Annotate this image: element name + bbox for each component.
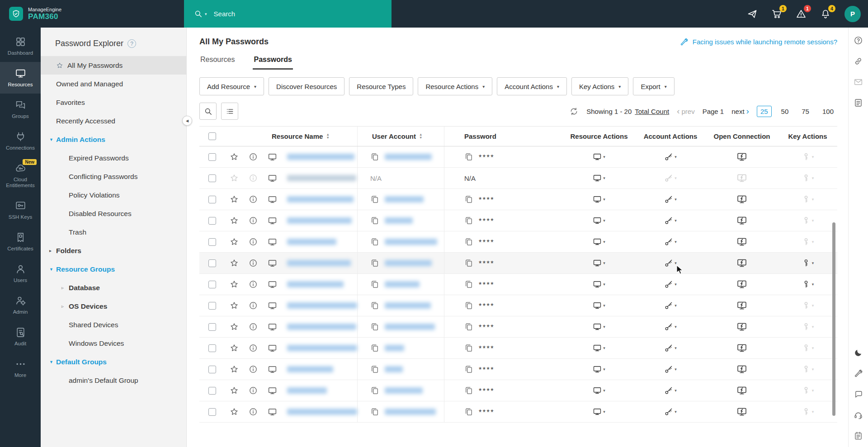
key-actions-menu[interactable] [802,280,814,289]
account-actions-menu[interactable] [664,152,677,161]
copy-account-icon[interactable] [370,301,379,310]
expander-arrow-icon[interactable]: ▼ [49,267,53,272]
favorite-star-icon[interactable] [230,280,239,289]
page-size-25[interactable]: 25 [757,106,772,117]
account-actions-button[interactable]: Account Actions [497,77,567,95]
copy-password-icon[interactable] [464,237,473,246]
user-avatar[interactable]: P [844,6,861,22]
key-actions-menu[interactable] [802,216,814,225]
add-resource-button[interactable]: Add Resource [199,77,264,95]
resource-actions-button[interactable]: Resource Actions [418,77,492,95]
favorite-star-icon[interactable] [230,301,239,310]
account-actions-menu[interactable] [664,259,677,268]
sidebar-item-default-groups[interactable]: ▼ Default Groups [41,353,186,371]
remote-session-help-link[interactable]: Facing issues while launching remote ses… [679,38,837,47]
sidebar-item-windows-devices[interactable]: Windows Devices [41,334,186,353]
row-checkbox[interactable] [208,408,216,416]
sidebar-item-conflicting-passwords[interactable]: Conflicting Passwords [41,167,186,186]
key-actions-menu[interactable] [802,301,814,310]
resource-name-masked[interactable] [287,196,354,202]
favorite-star-icon[interactable] [230,386,239,395]
resource-actions-menu[interactable] [593,343,605,353]
favorite-star-icon[interactable] [230,365,239,374]
info-icon[interactable] [249,343,258,353]
favorite-star-icon[interactable] [230,216,239,225]
key-actions-menu[interactable] [802,195,814,204]
copy-password-icon[interactable] [464,152,473,161]
sidebar-item-all-my-passwords[interactable]: All My Passwords [41,56,186,75]
sidebar-item-owned-and-managed[interactable]: Owned and Managed [41,75,186,93]
page-size-100[interactable]: 100 [819,106,837,117]
open-connection-icon[interactable] [736,385,747,396]
resource-name-masked[interactable] [287,260,351,266]
key-actions-menu[interactable] [802,386,814,395]
open-connection-icon[interactable] [736,321,747,332]
account-actions-menu[interactable] [664,237,677,246]
prev-page-button[interactable]: prev [677,108,695,115]
tab-resources[interactable]: Resources [199,52,236,70]
info-icon[interactable] [249,365,258,374]
resource-name-masked[interactable] [287,154,354,160]
key-actions-menu[interactable] [802,259,814,268]
total-count-link[interactable]: Total Count [635,108,669,115]
resource-actions-menu[interactable] [593,259,605,268]
nav-item-cloud-entitlements[interactable]: Cloud Entitlements New [0,157,41,194]
favorite-star-icon[interactable] [230,407,239,416]
sidebar-item-disabled-resources[interactable]: Disabled Resources [41,204,186,223]
account-actions-menu[interactable] [664,365,677,374]
row-checkbox[interactable] [208,281,216,288]
copy-password-icon[interactable] [464,216,473,225]
favorite-star-icon[interactable] [230,174,239,183]
open-connection-icon[interactable] [736,279,747,290]
favorite-star-icon[interactable] [230,152,239,161]
search-scope-caret-icon[interactable] [205,12,207,16]
copy-password-icon[interactable] [464,322,473,331]
account-actions-menu[interactable] [664,301,677,310]
open-connection-icon[interactable] [736,300,747,311]
tasks-icon[interactable] [854,98,863,108]
open-connection-icon[interactable] [736,173,747,184]
copy-account-icon[interactable] [370,365,379,374]
sidebar-item-database[interactable]: ▹ Database [41,278,186,297]
resource-actions-menu[interactable] [593,152,605,161]
alert-icon[interactable]: 1 [796,9,807,19]
page-size-75[interactable]: 75 [798,106,813,117]
row-checkbox[interactable] [208,344,216,352]
copy-password-icon[interactable] [464,301,473,310]
copy-account-icon[interactable] [370,322,379,331]
expander-arrow-icon[interactable]: ▹ [61,304,64,309]
resource-actions-menu[interactable] [593,322,605,331]
table-search-button[interactable] [199,103,217,120]
copy-account-icon[interactable] [370,386,379,395]
sidebar-item-favorites[interactable]: Favorites [41,93,186,112]
headset-icon[interactable] [854,410,863,420]
copy-account-icon[interactable] [370,152,379,161]
favorite-star-icon[interactable] [230,343,239,353]
column-chooser-button[interactable] [221,103,238,120]
account-actions-menu[interactable] [664,322,677,331]
row-checkbox[interactable] [208,387,216,395]
sort-icon[interactable]: ▲▼ [419,133,422,139]
chat-icon[interactable] [854,390,863,399]
sidebar-item-os-devices[interactable]: ▹ OS Devices [41,297,186,315]
account-actions-menu[interactable] [664,280,677,289]
sidebar-collapse-toggle[interactable]: ◀ [182,116,192,126]
copy-account-icon[interactable] [370,195,379,204]
expander-arrow-icon[interactable]: ▼ [49,360,53,364]
discover-resources-button[interactable]: Discover Resources [269,77,344,95]
account-actions-menu[interactable] [664,174,677,183]
row-checkbox[interactable] [208,174,216,182]
row-checkbox[interactable] [208,196,216,203]
resource-name-masked[interactable] [287,409,357,415]
nav-item-more[interactable]: More [0,353,41,384]
favorite-star-icon[interactable] [230,195,239,204]
account-actions-menu[interactable] [664,407,677,416]
row-checkbox[interactable] [208,259,216,267]
sidebar-item-admin-actions[interactable]: ▼ Admin Actions [41,130,186,149]
nav-item-certificates[interactable]: Certificates [0,226,41,258]
row-checkbox[interactable] [208,153,216,161]
nav-item-ssh-keys[interactable]: SSH Keys [0,194,41,226]
favorite-star-icon[interactable] [230,237,239,246]
nav-item-connections[interactable]: Connections [0,125,41,157]
resource-actions-menu[interactable] [593,237,605,246]
